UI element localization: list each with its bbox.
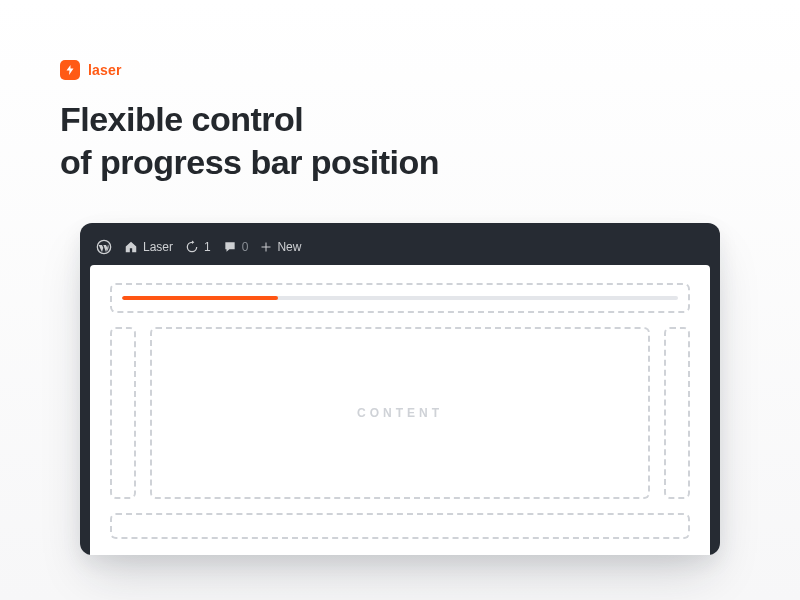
layout-preview: CONTENT [90,265,710,555]
position-slot-right[interactable] [664,327,690,499]
home-icon [124,240,138,254]
new-label: New [277,240,301,254]
preview-window: Laser 1 0 New [80,223,720,555]
updates-link[interactable]: 1 [185,240,211,254]
plus-icon [260,241,272,253]
brand-name: laser [88,62,122,78]
wp-logo[interactable] [96,239,112,255]
site-name: Laser [143,240,173,254]
progress-track [122,296,678,300]
wp-admin-bar: Laser 1 0 New [90,233,710,265]
progress-fill [122,296,278,300]
content-placeholder-label: CONTENT [357,406,443,420]
refresh-icon [185,240,199,254]
site-link[interactable]: Laser [124,240,173,254]
new-link[interactable]: New [260,240,301,254]
headline-line-1: Flexible control [60,100,303,138]
brand-row: laser [60,60,740,80]
comments-link[interactable]: 0 [223,240,249,254]
position-slot-bottom[interactable] [110,513,690,539]
position-slot-left[interactable] [110,327,136,499]
headline-line-2: of progress bar position [60,143,439,181]
layout-middle-row: CONTENT [110,327,690,499]
comment-icon [223,240,237,254]
bolt-icon [60,60,80,80]
position-slot-top[interactable] [110,283,690,313]
page-title: Flexible control of progress bar positio… [60,98,740,183]
content-area: CONTENT [150,327,650,499]
comments-count: 0 [242,240,249,254]
updates-count: 1 [204,240,211,254]
